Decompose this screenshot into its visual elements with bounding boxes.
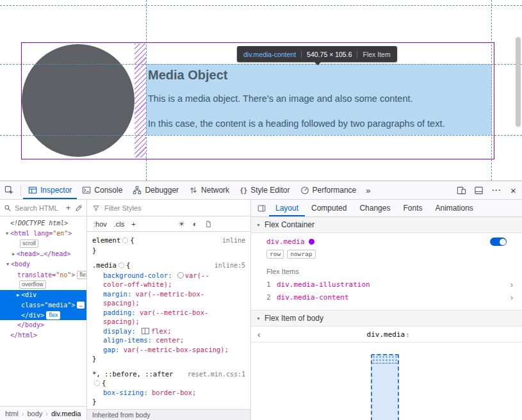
expand-children-chip[interactable]: … [77, 302, 84, 309]
breadcrumb-html[interactable]: html [5, 410, 19, 417]
decl-align-items[interactable]: align-items: center; [103, 335, 231, 345]
pseudo-class-button[interactable]: :hov [91, 220, 110, 229]
tab-computed[interactable]: Computed [305, 200, 353, 216]
flex-item-row-2[interactable]: 2 div.media-content › [251, 291, 522, 303]
flex-badge[interactable]: flex [77, 271, 86, 279]
node-doctype[interactable]: <!DOCTYPE html> [0, 218, 86, 229]
twisty-right-icon[interactable]: ▶ [10, 250, 17, 260]
infobar-arrow [314, 61, 322, 65]
decl-margin[interactable]: margin: var(--metric-box-spacing); [103, 289, 231, 308]
breadcrumb-body[interactable]: body [27, 410, 42, 417]
node-div-attrs[interactable]: class="media">… [0, 300, 86, 311]
tab-style-editor[interactable]: {} Style Editor [234, 181, 295, 199]
node-body-attrs[interactable]: translate="no">flex [0, 270, 86, 280]
flex-container-selector[interactable]: div.media [266, 238, 305, 246]
tab-console[interactable]: Console [77, 181, 127, 199]
node-html-close[interactable]: </html> [0, 330, 86, 341]
color-swatch[interactable] [177, 272, 184, 279]
debugger-icon [133, 186, 142, 195]
decl-display[interactable]: display: flex; [103, 327, 231, 336]
eyedropper-button[interactable] [75, 204, 85, 212]
node-div-open[interactable]: ▶<div [0, 290, 86, 301]
rule-selector[interactable]: *, ::before, ::after [92, 370, 173, 378]
tab-fonts[interactable]: Fonts [396, 200, 428, 216]
flex-highlighter-icon[interactable] [142, 328, 149, 334]
flex-items-label: Flex Items [251, 262, 522, 278]
decl-gap[interactable]: gap: var(--metric-box-spacing); [103, 345, 231, 355]
overflow-badge[interactable]: overflow [19, 280, 46, 289]
flex-gap-hatch [135, 44, 146, 158]
light-scheme-button[interactable]: ☀ [178, 220, 185, 229]
tab-inspector[interactable]: Inspector [23, 181, 77, 199]
tab-debugger[interactable]: Debugger [127, 181, 184, 199]
rule-reset[interactable]: *, ::before, ::after{ reset.min.css:1 bo… [92, 369, 245, 407]
decl-padding[interactable]: padding: var(--metric-box-spacing); [103, 308, 231, 327]
rule-origin-link[interactable]: inline [222, 236, 245, 246]
rule-origin-link[interactable]: reset.min.css:1 [188, 369, 245, 380]
rule-selector[interactable]: .media [92, 261, 117, 269]
flex-container-section-header[interactable]: ▼ Flex Container [251, 217, 522, 233]
node-div-close[interactable]: </div>flex [0, 311, 86, 321]
node-body-close[interactable]: </body> [0, 320, 86, 330]
flex-container-badges: row nowrap [251, 248, 522, 262]
tab-performance[interactable]: Performance [295, 181, 362, 199]
tabs-overflow-button[interactable]: » [361, 181, 375, 199]
add-rule-button[interactable]: + [129, 220, 138, 229]
layout-panel: Layout Computed Changes Fonts Animations… [251, 200, 522, 420]
decl-background-color[interactable]: background-color: var(--color-off-white)… [103, 271, 231, 289]
rules-view: element{ inline } .media{ inline:5 backg… [87, 232, 250, 420]
twisty-down-icon[interactable]: ▼ [256, 316, 261, 321]
twisty-down-icon[interactable]: ▼ [4, 260, 11, 270]
breadcrumb-div-media[interactable]: div.media [51, 410, 81, 417]
chevron-right-icon[interactable]: › [510, 280, 513, 289]
rule-element-inline[interactable]: element{ inline } [92, 236, 245, 255]
flex-wrap-badge: nowrap [287, 250, 315, 259]
breadcrumb-separator: › [22, 410, 24, 417]
node-body-open[interactable]: ▼<body [0, 259, 86, 270]
chevron-right-icon[interactable]: › [510, 293, 513, 302]
rule-origin-link[interactable]: inline:5 [215, 261, 245, 271]
page-scrollbar-thumb[interactable] [516, 37, 521, 127]
tab-animations[interactable]: Animations [428, 200, 479, 216]
flex-highlighter-toggle[interactable] [490, 238, 507, 246]
devtools-menu-button[interactable]: ⋯ [487, 181, 505, 199]
sidebar-toggle-button[interactable] [254, 200, 269, 216]
search-html-input[interactable] [13, 204, 61, 213]
rule-media[interactable]: .media{ inline:5 background-color: var(-… [92, 261, 245, 364]
selector-highlighter-icon[interactable] [94, 380, 100, 386]
rules-filter-bar [87, 200, 250, 216]
twisty-down-icon[interactable]: ▼ [256, 223, 261, 227]
flex-guide-horizontal-content-top [0, 64, 522, 65]
tab-layout[interactable]: Layout [269, 200, 305, 216]
flex-item-section-header[interactable]: ▼ Flex Item of body [251, 310, 522, 327]
pick-element-button[interactable] [0, 181, 19, 199]
dark-scheme-button[interactable]: ◐ [193, 220, 197, 229]
scroll-badge[interactable]: scroll [20, 239, 38, 248]
devtools-toolbar: Inspector Console Debugger Network {} St… [0, 181, 522, 200]
selector-highlighter-icon[interactable] [122, 238, 128, 243]
flex-item-row-1[interactable]: 1 div.media-illustration › [251, 278, 522, 291]
selector-highlighter-icon[interactable] [118, 262, 124, 268]
responsive-design-mode-button[interactable] [453, 181, 470, 199]
node-html-open[interactable]: ▼<html lang="en"> [0, 229, 86, 239]
node-head[interactable]: ▶<head>…</head> [0, 249, 86, 260]
decl-box-sizing[interactable]: box-sizing: border-box; [103, 388, 231, 398]
multiwindow-dock-button[interactable] [470, 181, 487, 199]
tab-network[interactable]: Network [184, 181, 234, 199]
responsive-design-icon [457, 186, 466, 195]
node-body-badges: overflow [0, 280, 86, 290]
selected-node-block[interactable]: ▶<div class="media">… </div>flex [0, 290, 86, 321]
rule-selector[interactable]: element [92, 236, 120, 244]
media-object-heading: Media Object [148, 68, 492, 83]
twisty-down-icon[interactable]: ▼ [4, 229, 10, 239]
class-toggle-button[interactable]: .cls [111, 220, 127, 229]
print-simulation-button[interactable] [205, 220, 212, 228]
flex-badge-active[interactable]: flex [46, 311, 60, 319]
sidebar-toggle-icon [257, 204, 266, 213]
filter-styles-input[interactable] [103, 204, 245, 213]
flex-item-selector-dropdown[interactable]: div.media↕ [260, 330, 516, 339]
twisty-right-icon[interactable]: ▶ [15, 291, 21, 301]
tab-changes[interactable]: Changes [353, 200, 396, 216]
devtools-close-button[interactable]: × [505, 181, 522, 199]
add-node-button[interactable]: + [63, 203, 73, 213]
